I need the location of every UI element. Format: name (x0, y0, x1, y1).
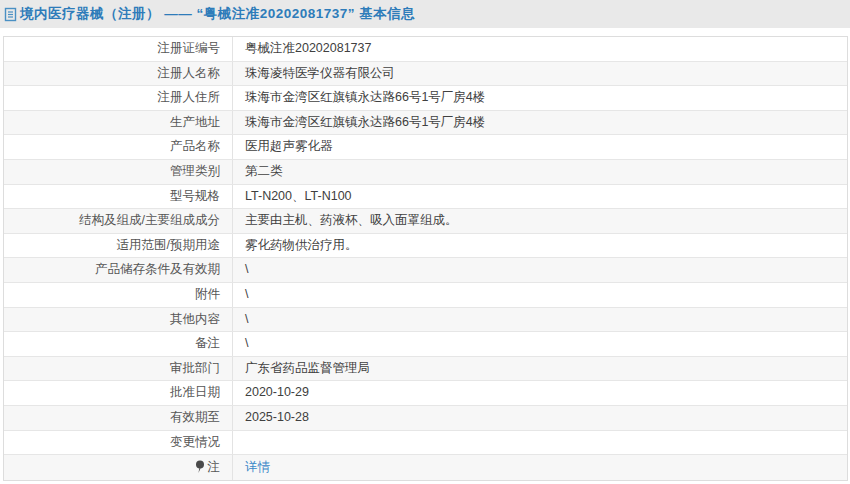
row-value-text: 粤械注准20202081737 (245, 37, 371, 61)
row-label-text: 注册人名称 (158, 62, 221, 86)
row-value: 雾化药物供治疗用。 (233, 234, 847, 258)
row-value-text: 2020-10-29 (245, 381, 309, 405)
row-label: 备注 (4, 332, 233, 356)
row-label: 注 (4, 455, 233, 480)
row-value: 珠海凌特医学仪器有限公司 (233, 62, 847, 86)
row-value: \ (233, 332, 847, 356)
row-label-text: 附件 (195, 283, 220, 307)
row-label-text: 注 (208, 456, 221, 480)
table-row: 产品名称医用超声雾化器 (4, 135, 847, 160)
row-value-text: 雾化药物供治疗用。 (245, 234, 358, 258)
row-label-text: 产品名称 (170, 135, 220, 159)
row-label: 管理类别 (4, 160, 233, 184)
row-label-text: 适用范围/预期用途 (117, 234, 220, 258)
row-value-text: 珠海市金湾区红旗镇永达路66号1号厂房4楼 (245, 111, 485, 135)
row-label: 生产地址 (4, 111, 233, 135)
row-value: 珠海市金湾区红旗镇永达路66号1号厂房4楼 (233, 86, 847, 110)
row-value-text: 珠海市金湾区红旗镇永达路66号1号厂房4楼 (245, 86, 485, 110)
row-value-text: 主要由主机、药液杯、吸入面罩组成。 (245, 209, 458, 233)
table-row: 注册证编号粤械注准20202081737 (4, 37, 847, 62)
table-row: 适用范围/预期用途雾化药物供治疗用。 (4, 234, 847, 259)
row-value-text: LT-N200、LT-N100 (245, 185, 352, 209)
table-row: 注册人住所珠海市金湾区红旗镇永达路66号1号厂房4楼 (4, 86, 847, 111)
table-row: 其他内容\ (4, 308, 847, 333)
row-label-text: 批准日期 (170, 381, 220, 405)
row-value (233, 431, 847, 455)
row-value-text: \ (245, 283, 248, 307)
row-value: LT-N200、LT-N100 (233, 185, 847, 209)
row-label: 注册人名称 (4, 62, 233, 86)
table-row: 批准日期2020-10-29 (4, 381, 847, 406)
row-label-text: 型号规格 (170, 185, 220, 209)
row-value: 珠海市金湾区红旗镇永达路66号1号厂房4楼 (233, 111, 847, 135)
row-label-text: 生产地址 (170, 111, 220, 135)
table-row: 注册人名称珠海凌特医学仪器有限公司 (4, 62, 847, 87)
row-label-text: 其他内容 (170, 308, 220, 332)
row-label-text: 管理类别 (170, 160, 220, 184)
table-row: 管理类别第二类 (4, 160, 847, 185)
row-value: 2020-10-29 (233, 381, 847, 405)
row-label-text: 注册人住所 (158, 86, 221, 110)
row-label: 产品储存条件及有效期 (4, 258, 233, 282)
details-link[interactable]: 详情 (245, 456, 270, 480)
table-row: 变更情况 (4, 431, 847, 456)
row-value-text: \ (245, 308, 248, 332)
row-label-text: 产品储存条件及有效期 (95, 258, 220, 282)
table-row: 备注\ (4, 332, 847, 357)
row-value-text: \ (245, 332, 248, 356)
row-value-text: \ (245, 258, 248, 282)
page-header: 境内医疗器械（注册） —— “粤械注准20202081737” 基本信息 (0, 0, 850, 28)
row-value: \ (233, 308, 847, 332)
row-value: 主要由主机、药液杯、吸入面罩组成。 (233, 209, 847, 233)
row-value: 广东省药品监督管理局 (233, 357, 847, 381)
device-info-table: 注册证编号粤械注准20202081737注册人名称珠海凌特医学仪器有限公司注册人… (3, 36, 848, 481)
table-row: 产品储存条件及有效期\ (4, 258, 847, 283)
row-value: 详情 (233, 455, 847, 480)
row-value: 第二类 (233, 160, 847, 184)
row-label: 审批部门 (4, 357, 233, 381)
page-title: 境内医疗器械（注册） —— “粤械注准20202081737” 基本信息 (20, 5, 415, 23)
row-label: 结构及组成/主要组成成分 (4, 209, 233, 233)
row-value-text: 广东省药品监督管理局 (245, 357, 370, 381)
row-label: 有效期至 (4, 406, 233, 430)
table-row: 有效期至2025-10-28 (4, 406, 847, 431)
row-value: \ (233, 258, 847, 282)
row-value: 粤械注准20202081737 (233, 37, 847, 61)
row-label: 型号规格 (4, 185, 233, 209)
row-label: 注册人住所 (4, 86, 233, 110)
table-row: 型号规格LT-N200、LT-N100 (4, 185, 847, 210)
row-label: 注册证编号 (4, 37, 233, 61)
row-label-text: 结构及组成/主要组成成分 (79, 209, 220, 233)
row-label: 适用范围/预期用途 (4, 234, 233, 258)
row-value-text: 第二类 (245, 160, 283, 184)
document-icon (4, 7, 17, 22)
row-label: 变更情况 (4, 431, 233, 455)
row-label-text: 变更情况 (170, 431, 220, 455)
table-row: 生产地址珠海市金湾区红旗镇永达路66号1号厂房4楼 (4, 111, 847, 136)
table-row: 结构及组成/主要组成成分主要由主机、药液杯、吸入面罩组成。 (4, 209, 847, 234)
row-label-text: 有效期至 (170, 406, 220, 430)
table-row: 附件\ (4, 283, 847, 308)
row-value-text: 2025-10-28 (245, 406, 309, 430)
row-value-text: 医用超声雾化器 (245, 135, 333, 159)
pin-icon (195, 460, 205, 474)
row-label: 产品名称 (4, 135, 233, 159)
row-label-text: 审批部门 (170, 357, 220, 381)
table-row: 注详情 (4, 455, 847, 480)
row-value-text: 珠海凌特医学仪器有限公司 (245, 62, 395, 86)
row-label-text: 备注 (195, 332, 220, 356)
table-row: 审批部门广东省药品监督管理局 (4, 357, 847, 382)
row-value: \ (233, 283, 847, 307)
row-value: 医用超声雾化器 (233, 135, 847, 159)
row-value: 2025-10-28 (233, 406, 847, 430)
row-label: 其他内容 (4, 308, 233, 332)
row-label: 批准日期 (4, 381, 233, 405)
row-label: 附件 (4, 283, 233, 307)
row-label-text: 注册证编号 (158, 37, 221, 61)
